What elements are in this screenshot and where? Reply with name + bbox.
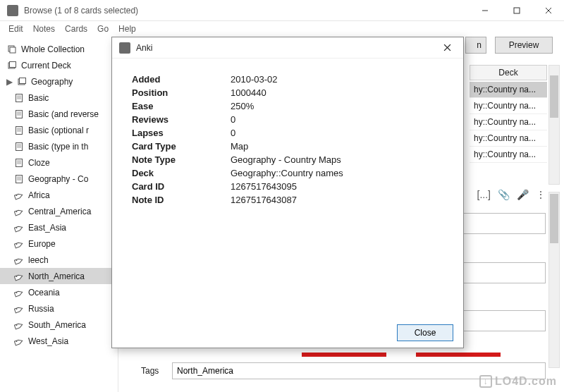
separator-red-2 xyxy=(416,353,501,357)
note-icon xyxy=(14,109,24,119)
editor-toolbar: [...] 📎 🎤 ⋮ xyxy=(477,189,546,200)
sidebar-item-current-deck[interactable]: Current Deck xyxy=(0,57,118,73)
sidebar-item-label: Geography - Co xyxy=(28,174,88,184)
note-icon xyxy=(14,142,24,152)
card-info-dialog: Anki Added2010-03-02Position1000440Ease2… xyxy=(111,37,464,348)
table-row[interactable]: hy::Country na... xyxy=(470,114,547,130)
sidebar-item-africa[interactable]: Africa xyxy=(0,187,118,203)
menu-notes[interactable]: Notes xyxy=(33,24,55,34)
sidebar-item-geography[interactable]: ▶Geography xyxy=(0,73,118,90)
sidebar-item-east-asia[interactable]: East_Asia xyxy=(0,219,118,235)
sidebar-item-south-america[interactable]: South_America xyxy=(0,317,118,333)
svg-point-38 xyxy=(16,259,18,261)
sidebar-item-label: Basic xyxy=(28,93,49,103)
note-icon xyxy=(14,125,24,135)
info-key: Note ID xyxy=(132,193,231,207)
table-scrollbar[interactable] xyxy=(548,65,560,185)
info-row: Note ID1267517643087 xyxy=(132,193,343,207)
close-button[interactable] xyxy=(532,0,564,21)
sidebar-item-label: Current Deck xyxy=(21,61,71,71)
deck-icon xyxy=(17,77,27,87)
sidebar-item-basic-optional-r[interactable]: Basic (optional r xyxy=(0,122,118,138)
info-row: Reviews0 xyxy=(132,113,343,126)
menu-go[interactable]: Go xyxy=(97,24,109,34)
info-row: Ease250% xyxy=(132,99,343,113)
tag-icon xyxy=(14,223,24,233)
maximize-button[interactable] xyxy=(501,0,532,21)
tag-icon xyxy=(14,320,24,330)
dialog-close-button[interactable] xyxy=(436,37,458,59)
info-row: Card TypeMap xyxy=(132,140,343,153)
svg-point-40 xyxy=(16,292,18,293)
info-row: DeckGeography::Country names xyxy=(132,166,343,180)
sidebar-item-label: leech xyxy=(28,255,49,265)
info-value: 1267517643095 xyxy=(231,180,343,193)
table-row[interactable]: hy::Country na... xyxy=(470,130,547,147)
chevron-right-icon[interactable]: ▶ xyxy=(6,77,13,87)
sidebar-item-north-america[interactable]: North_America xyxy=(0,268,118,284)
app-icon xyxy=(7,5,18,16)
sidebar-item-basic-and-reverse[interactable]: Basic (and reverse xyxy=(0,106,118,122)
table-row[interactable]: hy::Country na... xyxy=(470,147,547,163)
download-icon: ↓ xyxy=(479,375,492,388)
menu-help[interactable]: Help xyxy=(118,24,136,34)
editor-scrollbar[interactable] xyxy=(548,192,560,368)
svg-point-43 xyxy=(16,341,18,342)
info-value: Geography - Country Maps xyxy=(231,153,343,166)
sidebar-item-label: North_America xyxy=(28,271,85,281)
sidebar-item-label: Basic (type in th xyxy=(28,142,88,152)
sidebar-item-label: Geography xyxy=(31,77,73,87)
more-icon[interactable]: ⋮ xyxy=(536,189,546,200)
menu-edit[interactable]: Edit xyxy=(8,24,23,34)
sidebar-item-oceania[interactable]: Oceania xyxy=(0,284,118,300)
svg-point-36 xyxy=(16,227,18,228)
info-row: Position1000440 xyxy=(132,86,343,99)
sidebar-item-label: Whole Collection xyxy=(21,44,85,54)
separator-red-1 xyxy=(302,353,386,357)
info-value: Geography::Country names xyxy=(231,166,343,180)
sidebar-item-whole-collection[interactable]: Whole Collection xyxy=(0,41,118,57)
close-button-dialog[interactable]: Close xyxy=(397,324,453,341)
info-key: Card ID xyxy=(132,180,231,193)
sidebar-item-leech[interactable]: leech xyxy=(0,252,118,268)
tag-icon xyxy=(14,190,24,200)
titlebar: Browse (1 of 8 cards selected) xyxy=(0,0,564,21)
sidebar-item-europe[interactable]: Europe xyxy=(0,235,118,252)
column-header-deck[interactable]: Deck xyxy=(470,65,547,80)
sidebar-item-central-america[interactable]: Central_America xyxy=(0,203,118,219)
minimize-button[interactable] xyxy=(469,0,501,21)
button-fragment[interactable]: n xyxy=(465,37,486,54)
info-key: Card Type xyxy=(132,140,231,153)
sidebar-item-west-asia[interactable]: West_Asia xyxy=(0,333,118,349)
menu-cards[interactable]: Cards xyxy=(65,24,87,34)
svg-rect-5 xyxy=(10,47,16,53)
info-row: Card ID1267517643095 xyxy=(132,180,343,193)
cloze-icon[interactable]: [...] xyxy=(477,189,491,200)
table-row[interactable]: hy::Country na... xyxy=(470,82,547,98)
sidebar-item-russia[interactable]: Russia xyxy=(0,300,118,317)
record-icon[interactable]: 🎤 xyxy=(517,189,529,200)
note-icon xyxy=(14,174,24,184)
attach-icon[interactable]: 📎 xyxy=(498,189,510,200)
svg-rect-14 xyxy=(16,110,23,118)
info-key: Deck xyxy=(132,166,231,180)
info-row: Note TypeGeography - Country Maps xyxy=(132,153,343,166)
svg-rect-22 xyxy=(16,142,23,150)
anki-icon xyxy=(119,42,130,54)
sidebar-item-basic-type-in-th[interactable]: Basic (type in th xyxy=(0,138,118,154)
info-key: Lapses xyxy=(132,126,231,140)
info-value: Map xyxy=(231,140,343,153)
info-key: Note Type xyxy=(132,153,231,166)
sidebar-item-cloze[interactable]: Cloze xyxy=(0,154,118,171)
sidebar-item-label: South_America xyxy=(28,320,86,330)
sidebar-item-label: Basic (optional r xyxy=(28,125,89,135)
sidebar-item-label: Africa xyxy=(28,190,50,200)
dialog-titlebar: Anki xyxy=(112,37,463,59)
window-title: Browse (1 of 8 cards selected) xyxy=(24,6,138,16)
table-row[interactable]: hy::Country na... xyxy=(470,98,547,114)
preview-button[interactable]: Preview xyxy=(495,37,553,54)
sidebar-item-label: West_Asia xyxy=(28,336,68,346)
tag-icon xyxy=(14,271,24,281)
sidebar-item-basic[interactable]: Basic xyxy=(0,90,118,106)
sidebar-item-geography-co[interactable]: Geography - Co xyxy=(0,171,118,187)
